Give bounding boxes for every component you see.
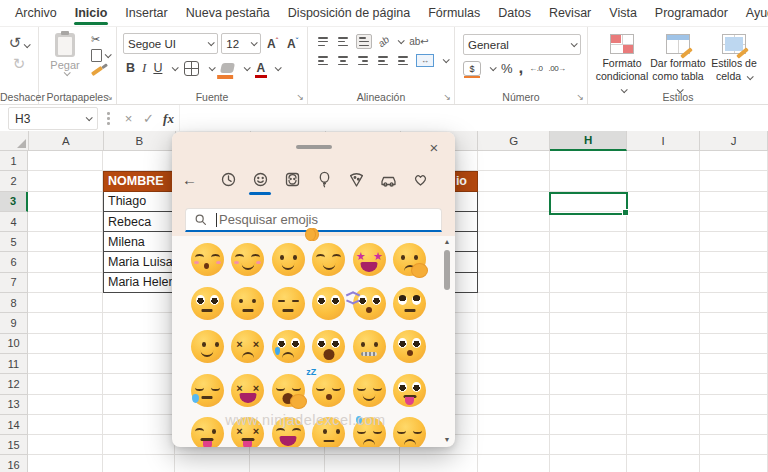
- accounting-format-icon[interactable]: [463, 61, 481, 76]
- cell-G11[interactable]: [478, 354, 550, 374]
- menu-datos[interactable]: Datos: [489, 1, 540, 26]
- wrap-text-icon[interactable]: ab↩: [409, 36, 429, 47]
- cell-I12[interactable]: [627, 374, 700, 394]
- emoji-squinting-face-with-tongue[interactable]: ××: [228, 412, 269, 447]
- align-bottom-icon[interactable]: [356, 34, 372, 49]
- cell-I14[interactable]: [627, 415, 700, 435]
- cell-I11[interactable]: [627, 354, 700, 374]
- menu-vista[interactable]: Vista: [600, 1, 646, 26]
- cell-A7[interactable]: [28, 273, 103, 293]
- cell-E16[interactable]: [325, 455, 400, 472]
- col-header-i[interactable]: I: [627, 131, 700, 151]
- enter-icon[interactable]: ✓: [139, 111, 159, 126]
- menu-inicio[interactable]: Inicio: [66, 1, 117, 26]
- col-header-a[interactable]: A: [29, 131, 104, 151]
- underline-icon[interactable]: U: [153, 61, 162, 75]
- name-box[interactable]: H3: [8, 107, 98, 130]
- cell-B4[interactable]: Rebeca: [103, 212, 175, 232]
- emoji-kissing-face-closed-eyes[interactable]: [187, 238, 228, 282]
- tab-recent[interactable]: [216, 166, 240, 192]
- cell-I3[interactable]: [627, 192, 700, 212]
- emoji-persevering-face[interactable]: ××: [228, 325, 269, 369]
- cell-B13[interactable]: [103, 395, 175, 415]
- align-left-icon[interactable]: [316, 54, 330, 67]
- emoji-grinning-squinting-face[interactable]: [268, 412, 309, 447]
- row-header-10[interactable]: 10: [0, 334, 28, 354]
- emoji-smirking-face[interactable]: [187, 325, 228, 369]
- emoji-expressionless-face[interactable]: [268, 282, 309, 326]
- cell-G5[interactable]: [478, 232, 550, 252]
- cell-B15[interactable]: [103, 435, 175, 455]
- cell-I2[interactable]: [627, 171, 700, 191]
- bold-icon[interactable]: B: [126, 61, 135, 75]
- cell-H14[interactable]: [550, 415, 627, 435]
- cell-J15[interactable]: [700, 435, 768, 455]
- scroll-up-icon[interactable]: ▲: [442, 238, 452, 245]
- increase-indent-icon[interactable]: [396, 54, 410, 67]
- cell-H7[interactable]: [550, 273, 627, 293]
- dar-formato-como-tabla-button[interactable]: Dar formatocomo tabla: [650, 34, 706, 96]
- cell-G4[interactable]: [478, 212, 550, 232]
- comma-style-icon[interactable]: [519, 65, 524, 72]
- cell-B5[interactable]: Milena: [103, 232, 175, 252]
- tab-symbols[interactable]: [409, 166, 433, 192]
- copy-icon[interactable]: [91, 49, 110, 62]
- emoji-relieved-face[interactable]: [349, 369, 390, 413]
- cell-B7[interactable]: Maria Helena: [103, 273, 175, 293]
- emoji-pensive-face[interactable]: [390, 412, 431, 447]
- menu-ayuda[interactable]: Ayuda: [737, 1, 768, 26]
- percent-icon[interactable]: [501, 61, 513, 76]
- cell-A3[interactable]: [28, 192, 103, 212]
- font-size-select[interactable]: 12: [221, 33, 261, 54]
- col-header-g[interactable]: G: [478, 131, 550, 151]
- cell-J7[interactable]: [700, 273, 768, 293]
- cell-I9[interactable]: [627, 313, 700, 333]
- borders-icon[interactable]: [184, 61, 199, 76]
- fill-color-icon[interactable]: [220, 63, 235, 73]
- cell-G14[interactable]: [478, 415, 550, 435]
- tab-people[interactable]: [280, 166, 304, 192]
- cell-G2[interactable]: [478, 171, 550, 191]
- cell-A8[interactable]: [28, 293, 103, 313]
- row-header-3[interactable]: 3: [0, 192, 28, 212]
- emoji-search-input[interactable]: [219, 212, 399, 227]
- scroll-thumb[interactable]: [444, 250, 450, 290]
- drag-handle[interactable]: [296, 145, 332, 149]
- row-header-8[interactable]: 8: [0, 293, 28, 313]
- select-all-corner[interactable]: [0, 131, 29, 151]
- align-middle-icon[interactable]: [336, 35, 350, 48]
- formato-condicional-button[interactable]: Formatocondicional: [594, 34, 650, 96]
- cell-J13[interactable]: [700, 395, 768, 415]
- emoji-thinking-face[interactable]: [390, 238, 431, 282]
- emoji-sleepy-face[interactable]: [187, 369, 228, 413]
- cell-B11[interactable]: [103, 354, 175, 374]
- cell-G9[interactable]: [478, 313, 550, 333]
- col-header-h[interactable]: H: [550, 131, 627, 151]
- menu-programador[interactable]: Programador: [646, 1, 737, 26]
- cell-B8[interactable]: [103, 293, 175, 313]
- cell-H2[interactable]: [550, 171, 627, 191]
- cell-A16[interactable]: [28, 455, 103, 472]
- cell-D16[interactable]: [250, 455, 325, 472]
- row-header-7[interactable]: 7: [0, 273, 28, 293]
- row-header-6[interactable]: 6: [0, 252, 28, 272]
- back-icon[interactable]: ←: [182, 171, 208, 188]
- merge-center-icon[interactable]: ↔: [416, 54, 434, 67]
- cell-B1[interactable]: [103, 151, 175, 171]
- emoji-winking-face-with-tongue[interactable]: [187, 412, 228, 447]
- paste-button[interactable]: Pegar: [45, 33, 85, 76]
- row-header-2[interactable]: 2: [0, 171, 28, 191]
- cell-B10[interactable]: [103, 334, 175, 354]
- emoji-star-struck[interactable]: ★★: [349, 238, 390, 282]
- cell-A1[interactable]: [28, 151, 103, 171]
- emoji-hugging-face[interactable]: [309, 238, 350, 282]
- menu-archivo[interactable]: Archivo: [6, 1, 66, 26]
- cell-A2[interactable]: [28, 171, 103, 191]
- cell-A10[interactable]: [28, 334, 103, 354]
- emoji-face-with-rolling-eyes[interactable]: [390, 282, 431, 326]
- align-right-icon[interactable]: [356, 54, 370, 67]
- cell-I4[interactable]: [627, 212, 700, 232]
- tab-food[interactable]: [345, 166, 369, 192]
- cell-H6[interactable]: [550, 252, 627, 272]
- cell-J6[interactable]: [700, 252, 768, 272]
